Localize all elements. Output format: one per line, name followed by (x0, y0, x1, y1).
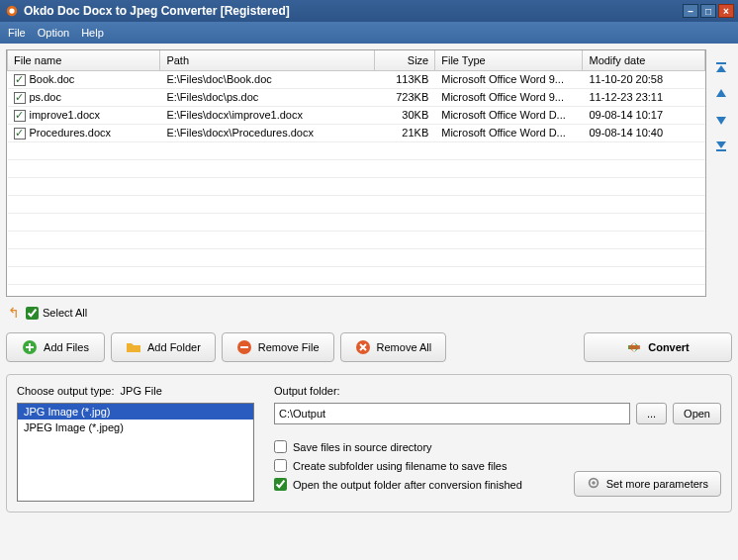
row-checkbox[interactable] (14, 128, 26, 140)
list-item[interactable]: JPEG Image (*.jpeg) (18, 420, 253, 435)
col-header-path[interactable]: Path (160, 50, 374, 70)
menu-help[interactable]: Help (81, 27, 104, 39)
table-row[interactable]: Procedures.docxE:\Files\docx\Procedures.… (8, 124, 705, 141)
convert-icon (626, 339, 642, 355)
save-source-label: Save files in source directory (293, 441, 432, 453)
browse-folder-button[interactable]: ... (636, 403, 667, 424)
remove-all-icon (355, 339, 371, 355)
app-icon (4, 3, 20, 19)
output-folder-label: Output folder: (274, 385, 721, 397)
open-folder-button[interactable]: Open (673, 403, 721, 424)
move-down-button[interactable] (712, 111, 730, 129)
svg-point-1 (9, 8, 14, 13)
close-button[interactable]: × (718, 4, 734, 18)
col-header-date[interactable]: Modify date (583, 50, 705, 70)
add-icon (22, 339, 38, 355)
add-folder-button[interactable]: Add Folder (111, 332, 216, 362)
table-row[interactable]: improve1.docxE:\Files\docx\improve1.docx… (8, 106, 705, 124)
col-header-name[interactable]: File name (8, 50, 160, 70)
reorder-controls (710, 49, 732, 297)
remove-all-button[interactable]: Remove All (340, 332, 447, 362)
select-all-label[interactable]: Select All (26, 307, 87, 320)
main-window: Okdo Doc Docx to Jpeg Converter [Registe… (0, 0, 738, 560)
content-area: File name Path Size File Type Modify dat… (0, 44, 738, 560)
output-panel: Choose output type: JPG File JPG Image (… (6, 374, 732, 513)
col-header-type[interactable]: File Type (435, 50, 583, 70)
row-checkbox[interactable] (14, 110, 26, 122)
folder-icon (126, 339, 141, 355)
svg-rect-2 (716, 62, 726, 64)
open-after-label: Open the output folder after conversion … (293, 479, 522, 491)
svg-point-9 (592, 481, 596, 485)
file-grid[interactable]: File name Path Size File Type Modify dat… (6, 49, 706, 297)
table-row[interactable]: ps.docE:\Files\doc\ps.doc723KBMicrosoft … (8, 88, 705, 106)
add-files-button[interactable]: Add Files (6, 332, 105, 362)
convert-button[interactable]: Convert (584, 332, 732, 362)
menubar: File Option Help (0, 22, 738, 44)
select-all-row: ↰ Select All (6, 301, 732, 325)
menu-option[interactable]: Option (38, 27, 69, 39)
list-item[interactable]: JPG Image (*.jpg) (18, 404, 253, 420)
svg-rect-6 (240, 346, 248, 348)
output-type-listbox[interactable]: JPG Image (*.jpg)JPEG Image (*.jpeg) (17, 403, 254, 502)
window-title: Okdo Doc Docx to Jpeg Converter [Registe… (24, 4, 683, 18)
create-subfolder-label: Create subfolder using filename to save … (293, 460, 507, 472)
file-list-area: File name Path Size File Type Modify dat… (6, 49, 732, 297)
menu-file[interactable]: File (8, 27, 26, 39)
row-checkbox[interactable] (14, 74, 26, 86)
minimize-button[interactable]: – (683, 4, 698, 18)
select-all-checkbox[interactable] (26, 307, 39, 320)
up-folder-icon[interactable]: ↰ (8, 305, 20, 321)
table-row[interactable]: Book.docE:\Files\doc\Book.doc113KBMicros… (8, 70, 705, 88)
save-source-checkbox[interactable] (274, 440, 287, 453)
output-type-label: Choose output type: JPG File (17, 385, 254, 397)
set-more-parameters-button[interactable]: Set more parameters (574, 471, 721, 497)
remove-file-button[interactable]: Remove File (222, 332, 334, 362)
output-folder-input[interactable] (274, 403, 630, 424)
output-type-section: Choose output type: JPG File JPG Image (… (17, 385, 254, 502)
open-after-checkbox[interactable] (274, 478, 287, 491)
move-up-button[interactable] (712, 85, 730, 103)
maximize-button[interactable]: □ (700, 4, 716, 18)
output-folder-section: Output folder: ... Open Save files in so… (274, 385, 721, 502)
action-buttons: Add Files Add Folder Remove File Remove … (6, 328, 732, 366)
row-checkbox[interactable] (14, 92, 26, 104)
svg-rect-3 (716, 149, 726, 151)
move-top-button[interactable] (712, 59, 730, 77)
col-header-size[interactable]: Size (374, 50, 435, 70)
move-bottom-button[interactable] (712, 137, 730, 154)
titlebar: Okdo Doc Docx to Jpeg Converter [Registe… (0, 0, 738, 22)
remove-icon (236, 339, 252, 355)
window-controls: – □ × (683, 4, 734, 18)
select-all-text: Select All (43, 307, 87, 319)
gear-icon (587, 476, 600, 492)
create-subfolder-checkbox[interactable] (274, 459, 287, 472)
